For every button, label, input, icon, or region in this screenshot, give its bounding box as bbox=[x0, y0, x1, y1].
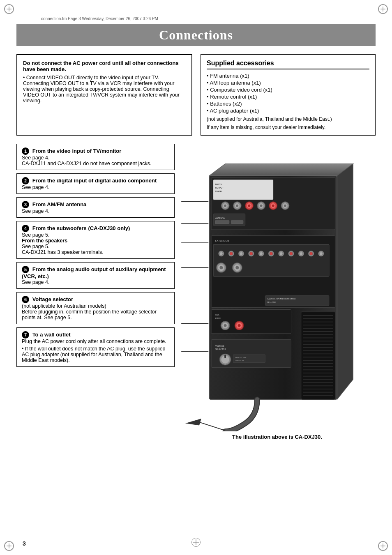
svg-text:AUX: AUX bbox=[215, 314, 220, 316]
svg-rect-29 bbox=[231, 221, 243, 224]
conn-line-1a: See page 4. bbox=[22, 155, 169, 161]
connection-item-4: 4 From the subwoofers (CA-DXJ30 only) Se… bbox=[16, 221, 175, 259]
svg-rect-61 bbox=[265, 295, 329, 305]
svg-point-60 bbox=[235, 266, 239, 269]
conn-title-5: 5 From the analog audio output of auxili… bbox=[22, 266, 169, 279]
corner-tl bbox=[4, 4, 16, 16]
step-num-4: 4 bbox=[22, 225, 29, 232]
svg-text:CAUTION: SPEAKER IMPEDANCE: CAUTION: SPEAKER IMPEDANCE bbox=[267, 298, 296, 300]
crosshair-circle bbox=[191, 538, 201, 547]
svg-point-54 bbox=[320, 252, 323, 255]
svg-marker-1 bbox=[209, 164, 353, 176]
bottom-crosshair bbox=[191, 538, 201, 547]
svg-point-34 bbox=[220, 252, 223, 255]
svg-rect-28 bbox=[215, 221, 229, 224]
conn-title-2: 2 From the digital input of digital audi… bbox=[22, 177, 169, 184]
svg-point-52 bbox=[309, 252, 313, 255]
svg-line-110 bbox=[199, 422, 225, 431]
conn-line-6b: Before plugging in, confirm the position… bbox=[22, 309, 169, 320]
conn-title-7: 7 To a wall outlet bbox=[22, 331, 169, 339]
svg-point-72 bbox=[238, 324, 241, 327]
device-svg: DIGITAL OUTPUT COAXIAL bbox=[179, 144, 376, 431]
svg-marker-109 bbox=[185, 419, 201, 426]
conn-line-7b: • If the wall outlet does not match the … bbox=[22, 346, 169, 363]
svg-marker-2 bbox=[337, 164, 353, 400]
svg-text:8Ω — 16Ω: 8Ω — 16Ω bbox=[267, 301, 276, 303]
device-illustration: DIGITAL OUTPUT COAXIAL bbox=[179, 144, 376, 431]
svg-point-25 bbox=[284, 205, 286, 207]
svg-rect-78 bbox=[224, 355, 226, 358]
svg-point-57 bbox=[220, 266, 223, 269]
conn-line-4a: See page 5. bbox=[22, 232, 169, 238]
svg-rect-4 bbox=[213, 180, 273, 200]
step-num-7: 7 bbox=[22, 331, 29, 339]
accessories-heading: Supplied accessories bbox=[207, 60, 369, 69]
conn-title-1: 1 From the video input of TV/monitor bbox=[22, 147, 169, 155]
svg-text:115V ~~~ 230V: 115V ~~~ 230V bbox=[235, 357, 246, 359]
svg-point-50 bbox=[300, 252, 303, 255]
list-item: AC plug adapter (x1) bbox=[207, 108, 369, 114]
svg-point-10 bbox=[224, 205, 226, 207]
device-image-area: DIGITAL OUTPUT COAXIAL bbox=[179, 144, 376, 440]
corner-br bbox=[376, 539, 388, 551]
svg-point-22 bbox=[272, 205, 274, 207]
page: connection.fm Page 3 Wednesday, December… bbox=[0, 0, 392, 555]
svg-text:EXTENSION: EXTENSION bbox=[215, 240, 229, 242]
conn-title-4: 4 From the subwoofers (CA-DXJ30 only) bbox=[22, 225, 169, 232]
accessories-note1: (not supplied for Australia, Thailand an… bbox=[207, 116, 369, 122]
page-title-bar: Connections bbox=[16, 24, 376, 46]
svg-point-44 bbox=[270, 252, 273, 255]
warning-note: • Connect VIDEO OUT directly to the vide… bbox=[23, 75, 186, 104]
conn-line-4b: From the speakers bbox=[22, 238, 169, 244]
corner-tr bbox=[376, 4, 388, 16]
list-item: FM antenna (x1) bbox=[207, 73, 369, 79]
accessories-list: FM antenna (x1) AM loop antenna (x1) Com… bbox=[207, 73, 369, 114]
conn-title-3: 3 From AM/FM antenna bbox=[22, 201, 169, 208]
svg-text:ANTENNA: ANTENNA bbox=[215, 217, 225, 219]
svg-point-40 bbox=[249, 252, 253, 255]
connection-item-7: 7 To a wall outlet Plug the AC power cor… bbox=[16, 327, 175, 367]
connection-item-3: 3 From AM/FM antenna See page 4. bbox=[16, 197, 175, 218]
connection-item-1: 1 From the video input of TV/monitor See… bbox=[16, 144, 175, 170]
connection-item-5: 5 From the analog audio output of auxili… bbox=[16, 262, 175, 289]
conn-line-6a: (not applicable for Australian models) bbox=[22, 303, 169, 309]
svg-point-69 bbox=[224, 324, 227, 327]
list-item: Composite video cord (x1) bbox=[207, 87, 369, 93]
page-number: 3 bbox=[23, 540, 26, 547]
step-num-3: 3 bbox=[22, 201, 29, 208]
step-num-1: 1 bbox=[22, 147, 29, 155]
accessories-note2: If any item is missing, consult your dea… bbox=[207, 124, 369, 130]
svg-text:VOLTAGE: VOLTAGE bbox=[215, 345, 225, 347]
device-caption: The illustration above is CA-DXJ30. bbox=[179, 434, 376, 440]
accessories-box: Supplied accessories FM antenna (x1) AM … bbox=[201, 54, 376, 136]
svg-point-16 bbox=[248, 205, 251, 207]
conn-line-7a: Plug the AC power cord only after all co… bbox=[22, 339, 169, 344]
conn-line-1b: CA-DXJ11 and CA-DXJ21 do not have compon… bbox=[22, 161, 169, 166]
svg-point-46 bbox=[279, 252, 283, 255]
corner-bl bbox=[4, 539, 16, 551]
conn-line-5a: See page 4. bbox=[22, 279, 169, 285]
svg-point-19 bbox=[260, 205, 263, 207]
svg-point-13 bbox=[236, 205, 238, 207]
svg-point-48 bbox=[290, 252, 293, 255]
svg-text:OUTPUT: OUTPUT bbox=[215, 187, 224, 189]
svg-text:220 ~~~ 240: 220 ~~~ 240 bbox=[235, 359, 244, 362]
conn-line-4d: CA-DXJ21 has 3 speaker terminals. bbox=[22, 249, 169, 255]
step-num-2: 2 bbox=[22, 177, 29, 184]
file-info: connection.fm Page 3 Wednesday, December… bbox=[16, 16, 376, 21]
conn-title-6: 6 Voltage selector bbox=[22, 296, 169, 303]
step-num-6: 6 bbox=[22, 296, 29, 303]
warning-box: Do not connect the AC power cord until a… bbox=[16, 54, 192, 136]
svg-rect-32 bbox=[213, 244, 329, 276]
connection-item-2: 2 From the digital input of digital audi… bbox=[16, 173, 175, 194]
warning-bold: Do not connect the AC power cord until a… bbox=[23, 60, 186, 72]
svg-point-42 bbox=[260, 252, 263, 255]
svg-rect-26 bbox=[213, 214, 245, 226]
svg-point-36 bbox=[230, 252, 233, 255]
svg-text:DIGITAL: DIGITAL bbox=[215, 184, 223, 186]
connection-list: 1 From the video input of TV/monitor See… bbox=[16, 144, 175, 440]
list-item: AM loop antenna (x1) bbox=[207, 80, 369, 86]
conn-line-2a: See page 4. bbox=[22, 184, 169, 190]
page-title: Connections bbox=[16, 28, 376, 43]
step-num-5: 5 bbox=[22, 266, 29, 273]
